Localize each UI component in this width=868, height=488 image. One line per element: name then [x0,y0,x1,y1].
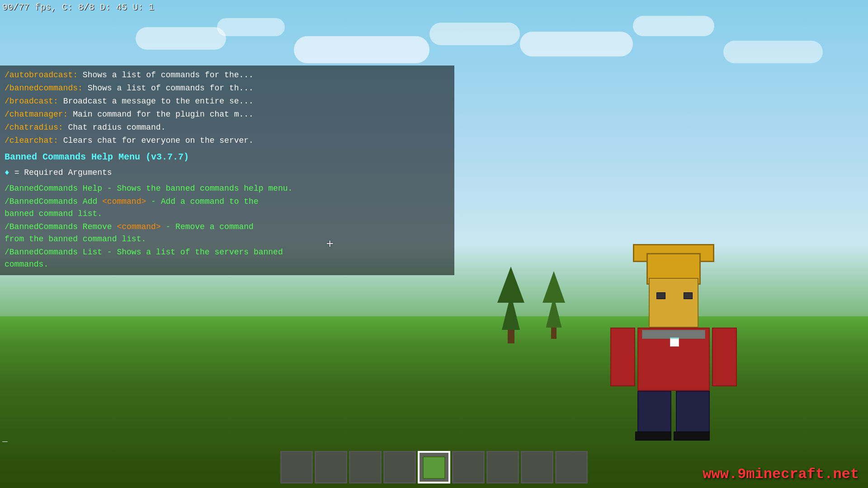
player-arm-right [712,328,737,386]
player-shoe-left [635,432,671,441]
hotbar-slot-9[interactable] [555,451,588,483]
cloud-5 [520,32,633,56]
cloud-1 [136,27,226,50]
bg-tree-2 [542,271,565,339]
player-leg-left [637,391,671,436]
hotbar [279,451,589,483]
cloud-2 [217,18,285,36]
hotbar-slot-5-selected[interactable] [418,451,450,483]
help-entry-1: /BannedCommands Help - Shows the banned … [5,183,450,195]
command-arg-add: <command> [102,197,146,206]
chat-input-cursor: _ [2,433,8,444]
hotbar-slot-7[interactable] [486,451,519,483]
help-entry-2: /BannedCommands Add <command> - Add a co… [5,196,450,220]
player-armor-accent [642,330,705,339]
cmd-clearchat: /clearchat: [5,136,58,145]
hotbar-slot-3[interactable] [349,451,382,483]
cmd-chatmanager: /chatmanager: [5,110,68,119]
command-arg-remove: <command> [117,222,160,231]
help-block: /BannedCommands Help - Shows the banned … [5,183,450,271]
chat-line-broadcast: /broadcast: Broadcast a message to the e… [5,95,450,108]
player-chest-detail [670,338,679,347]
help-entry-4: /BannedCommands List - Shows a list of t… [5,246,450,271]
diamond-icon: ♦ [5,168,9,177]
help-entry-3: /BannedCommands Remove <command> - Remov… [5,221,450,245]
crosshair: + [326,237,334,251]
player-area [565,217,755,443]
chat-line-chatmanager: /chatmanager: Main command for the plugi… [5,108,450,121]
cloud-4 [429,23,520,45]
chat-line-chatradius: /chatradius: Chat radius command. [5,122,450,134]
cloud-6 [633,16,714,36]
hotbar-slot-6[interactable] [452,451,485,483]
hotbar-slot-2[interactable] [315,451,347,483]
fps-counter: 90/77 fps, C: 8/8 D: 45 U: 1 [2,2,154,13]
hotbar-slot-4[interactable] [383,451,416,483]
cmd-autobroadcast: /autobroadcast: [5,70,78,80]
cmd-chatradius: /chatradius: [5,123,63,132]
chat-line-clearchat: /clearchat: Clears chat for everyone on … [5,135,450,147]
banned-commands-header: Banned Commands Help Menu (v3.7.7) [5,150,450,164]
chat-line-autobroadcast: /autobroadcast: Shows a list of commands… [5,69,450,81]
player-eye-right [684,292,693,299]
chat-line-bannedcommands: /bannedcommands: Shows a list of command… [5,82,450,94]
hotbar-item-green-block [423,456,445,479]
player-head [649,278,698,328]
fps-text: 90/77 fps, C: 8/8 D: 45 U: 1 [2,2,154,13]
chat-panel: /autobroadcast: Shows a list of commands… [0,66,454,275]
player-shoe-right [674,432,710,441]
cloud-3 [294,36,429,63]
player-arm-left [610,328,635,386]
cmd-broadcast: /broadcast: [5,97,58,106]
required-args-line: ♦ = Required Arguments [5,167,450,179]
player-character [597,239,755,443]
cmd-bannedcommands: /bannedcommands: [5,84,83,93]
hotbar-slot-8[interactable] [521,451,553,483]
cloud-7 [723,41,823,63]
player-eye-left [656,292,665,299]
player-leg-right [676,391,710,436]
hotbar-slot-1[interactable] [280,451,313,483]
watermark: www.9minecraft.net [703,466,859,483]
bg-tree-1 [497,267,524,343]
